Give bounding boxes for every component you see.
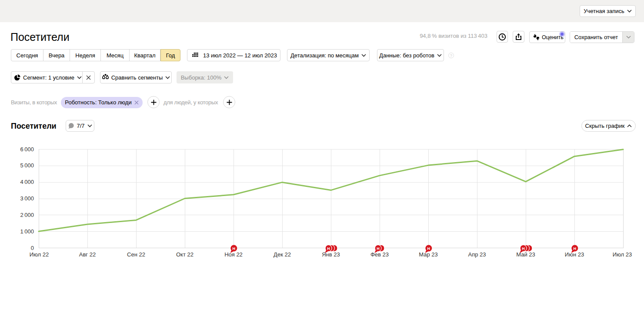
svg-text:3 000: 3 000	[20, 195, 34, 202]
svg-text:Н: Н	[427, 246, 430, 251]
svg-text:4 000: 4 000	[20, 179, 34, 185]
svg-text:Сен 22: Сен 22	[127, 251, 145, 258]
svg-text:Июл 22: Июл 22	[30, 251, 49, 258]
svg-text:Н: Н	[522, 246, 525, 251]
svg-text:Н: Н	[327, 246, 330, 251]
svg-text:Янв 23: Янв 23	[322, 251, 340, 258]
svg-text:Н: Н	[233, 246, 236, 251]
svg-text:0: 0	[31, 245, 34, 251]
svg-text:Мар 23: Мар 23	[419, 251, 438, 258]
svg-text:Н: Н	[377, 246, 380, 251]
svg-text:6 000: 6 000	[20, 146, 34, 153]
svg-text:Ноя 22: Ноя 22	[224, 251, 243, 258]
svg-text:Окт 22: Окт 22	[176, 251, 194, 258]
svg-text:Июн 23: Июн 23	[565, 251, 584, 258]
svg-text:5 000: 5 000	[20, 162, 34, 169]
svg-text:Н: Н	[574, 246, 577, 251]
svg-text:Фев 23: Фев 23	[370, 251, 389, 258]
svg-text:Апр 23: Апр 23	[468, 251, 486, 258]
svg-text:Авг 22: Авг 22	[79, 251, 96, 258]
svg-text:Июл 23: Июл 23	[613, 251, 632, 258]
svg-text:2 000: 2 000	[20, 212, 34, 218]
svg-text:Май 23: Май 23	[516, 251, 535, 258]
svg-text:1 000: 1 000	[20, 228, 34, 235]
svg-text:Дек 22: Дек 22	[274, 251, 291, 258]
